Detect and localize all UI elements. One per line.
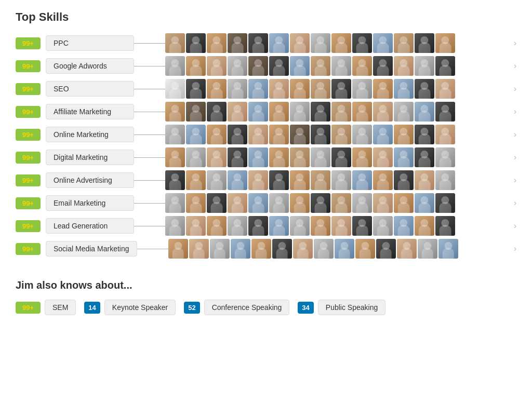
avatar[interactable] bbox=[331, 147, 351, 167]
avatar[interactable] bbox=[373, 170, 393, 190]
avatar[interactable] bbox=[207, 79, 227, 99]
avatar[interactable] bbox=[290, 125, 310, 144]
avatar[interactable] bbox=[394, 33, 414, 53]
avatar[interactable] bbox=[394, 56, 414, 76]
chevron-right-icon[interactable]: › bbox=[514, 198, 516, 208]
avatar[interactable] bbox=[228, 193, 247, 213]
avatar[interactable] bbox=[394, 79, 414, 99]
avatar[interactable] bbox=[311, 170, 330, 190]
avatar[interactable] bbox=[248, 102, 268, 122]
avatar[interactable] bbox=[186, 193, 206, 213]
avatar[interactable] bbox=[352, 216, 372, 236]
skill-label-seo[interactable]: SEO bbox=[46, 81, 134, 97]
avatar[interactable] bbox=[248, 170, 268, 190]
avatar[interactable] bbox=[373, 125, 393, 144]
avatar[interactable] bbox=[290, 193, 310, 213]
avatar[interactable] bbox=[331, 193, 351, 213]
avatar[interactable] bbox=[290, 170, 310, 190]
avatar[interactable] bbox=[186, 170, 206, 190]
avatar[interactable] bbox=[355, 239, 375, 259]
skill-label-digital-marketing[interactable]: Digital Marketing bbox=[46, 150, 134, 165]
also-label-keynote-speaker[interactable]: Keynote Speaker bbox=[104, 300, 176, 315]
avatar[interactable] bbox=[248, 147, 268, 167]
avatar[interactable] bbox=[165, 170, 185, 190]
avatar[interactable] bbox=[415, 216, 434, 236]
avatar[interactable] bbox=[394, 193, 414, 213]
avatar[interactable] bbox=[311, 33, 330, 53]
avatar[interactable] bbox=[415, 147, 434, 167]
avatar[interactable] bbox=[290, 102, 310, 122]
avatar[interactable] bbox=[352, 193, 372, 213]
skill-label-social-media-marketing[interactable]: Social Media Marketing bbox=[46, 241, 137, 257]
avatar[interactable] bbox=[352, 102, 372, 122]
avatar[interactable] bbox=[311, 102, 330, 122]
skill-label-affiliate-marketing[interactable]: Affiliate Marketing bbox=[46, 104, 134, 119]
avatar[interactable] bbox=[269, 102, 289, 122]
avatar[interactable] bbox=[207, 216, 227, 236]
avatar[interactable] bbox=[165, 33, 185, 53]
avatar[interactable] bbox=[207, 147, 227, 167]
chevron-right-icon[interactable]: › bbox=[514, 221, 516, 231]
avatar[interactable] bbox=[248, 33, 268, 53]
avatar[interactable] bbox=[165, 102, 185, 122]
avatar[interactable] bbox=[331, 79, 351, 99]
avatar[interactable] bbox=[415, 125, 434, 144]
avatar[interactable] bbox=[394, 147, 414, 167]
avatar[interactable] bbox=[438, 239, 458, 259]
avatar[interactable] bbox=[331, 125, 351, 144]
also-label-conference-speaking[interactable]: Conference Speaking bbox=[204, 300, 290, 315]
avatar[interactable] bbox=[290, 33, 310, 53]
avatar[interactable] bbox=[331, 170, 351, 190]
avatar[interactable] bbox=[231, 239, 250, 259]
skill-label-lead-generation[interactable]: Lead Generation bbox=[46, 218, 134, 234]
avatar[interactable] bbox=[352, 125, 372, 144]
avatar[interactable] bbox=[435, 147, 455, 167]
avatar[interactable] bbox=[311, 216, 330, 236]
chevron-right-icon[interactable]: › bbox=[514, 153, 516, 162]
avatar[interactable] bbox=[210, 239, 230, 259]
avatar[interactable] bbox=[228, 216, 247, 236]
avatar[interactable] bbox=[269, 170, 289, 190]
avatar[interactable] bbox=[331, 216, 351, 236]
chevron-right-icon[interactable]: › bbox=[514, 38, 516, 48]
avatar[interactable] bbox=[207, 56, 227, 76]
avatar[interactable] bbox=[269, 33, 289, 53]
avatar[interactable] bbox=[376, 239, 396, 259]
avatar[interactable] bbox=[165, 125, 185, 144]
avatar[interactable] bbox=[435, 56, 455, 76]
avatar[interactable] bbox=[228, 170, 247, 190]
avatar[interactable] bbox=[435, 216, 455, 236]
avatar[interactable] bbox=[435, 125, 455, 144]
avatar[interactable] bbox=[165, 79, 185, 99]
chevron-right-icon[interactable]: › bbox=[514, 84, 516, 93]
avatar[interactable] bbox=[415, 33, 434, 53]
avatar[interactable] bbox=[168, 239, 188, 259]
avatar[interactable] bbox=[228, 147, 247, 167]
avatar[interactable] bbox=[207, 125, 227, 144]
avatar[interactable] bbox=[293, 239, 313, 259]
avatar[interactable] bbox=[415, 193, 434, 213]
avatar[interactable] bbox=[228, 33, 247, 53]
avatar[interactable] bbox=[373, 147, 393, 167]
avatar[interactable] bbox=[311, 193, 330, 213]
avatar[interactable] bbox=[269, 216, 289, 236]
avatar[interactable] bbox=[311, 147, 330, 167]
skill-label-online-advertising[interactable]: Online Advertising bbox=[46, 172, 134, 188]
skill-label-google-adwords[interactable]: Google Adwords bbox=[46, 58, 134, 74]
avatar[interactable] bbox=[290, 216, 310, 236]
avatar[interactable] bbox=[352, 33, 372, 53]
avatar[interactable] bbox=[418, 239, 437, 259]
avatar[interactable] bbox=[165, 147, 185, 167]
avatar[interactable] bbox=[290, 79, 310, 99]
avatar[interactable] bbox=[269, 147, 289, 167]
avatar[interactable] bbox=[415, 56, 434, 76]
avatar[interactable] bbox=[352, 147, 372, 167]
avatar[interactable] bbox=[248, 56, 268, 76]
avatar[interactable] bbox=[435, 79, 455, 99]
avatar[interactable] bbox=[248, 79, 268, 99]
avatar[interactable] bbox=[269, 79, 289, 99]
avatar[interactable] bbox=[165, 193, 185, 213]
avatar[interactable] bbox=[331, 102, 351, 122]
skill-label-email-marketing[interactable]: Email Marketing bbox=[46, 195, 134, 211]
avatar[interactable] bbox=[290, 56, 310, 76]
